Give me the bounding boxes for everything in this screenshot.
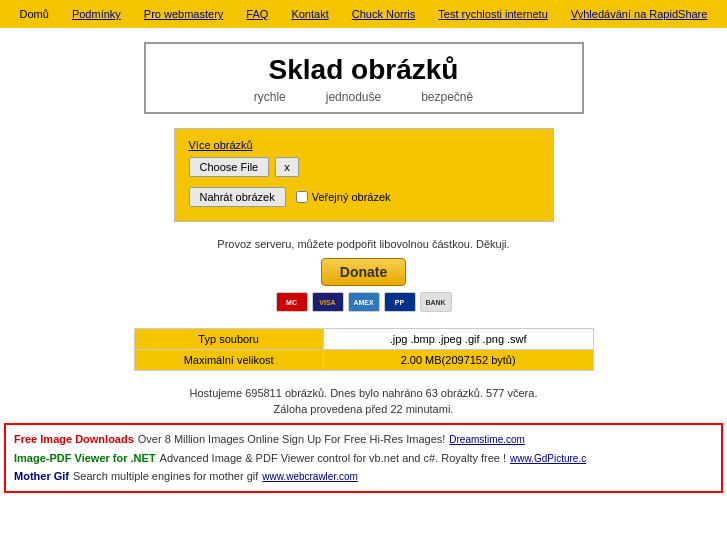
upload-button[interactable]: Nahrát obrázek: [189, 187, 286, 207]
file-input-row: Choose File x: [189, 157, 539, 177]
nav-item-podminky[interactable]: Podmínky: [68, 6, 125, 22]
ad-link-2[interactable]: www.GdPicture.c: [510, 450, 586, 467]
donate-button[interactable]: Donate: [321, 258, 406, 286]
file-type-value: .jpg .bmp .jpeg .gif .png .swf: [323, 329, 593, 350]
more-images-link[interactable]: Více obrázků: [189, 139, 539, 151]
donate-text: Provoz serveru, můžete podpořit libovoln…: [0, 238, 727, 250]
payment-icons-row: MC VISA AMEX PP BANK: [0, 292, 727, 312]
bank-icon: BANK: [420, 292, 452, 312]
nav-item-chuck-norris[interactable]: Chuck Norris: [348, 6, 420, 22]
nav-item-vyhledavani[interactable]: Vyhledávání na RapidShare: [567, 6, 712, 22]
subtitle-row: rychle jednoduše bezpečně: [166, 90, 562, 104]
nav-item-domu[interactable]: Domů: [16, 6, 53, 22]
max-size-value: 2.00 MB(2097152 bytů): [323, 350, 593, 371]
choose-file-button[interactable]: Choose File: [189, 157, 270, 177]
ad-line-1: Free Image Downloads Over 8 Million Imag…: [14, 430, 713, 449]
clear-file-button[interactable]: x: [275, 157, 299, 177]
public-image-checkbox[interactable]: [296, 191, 308, 203]
donate-section: Provoz serveru, můžete podpořit libovoln…: [0, 238, 727, 312]
nav-item-pro-webmastery[interactable]: Pro webmastery: [140, 6, 227, 22]
upload-action-row: Nahrát obrázek Veřejný obrázek: [189, 187, 539, 207]
ad-line-3: Mother Gif Search multiple engines for m…: [14, 467, 713, 486]
upload-container: Více obrázků Choose File x Nahrát obráze…: [174, 128, 554, 222]
ad-title-3: Mother Gif: [14, 467, 69, 486]
title-section: Sklad obrázků rychle jednoduše bezpečně: [144, 42, 584, 114]
ad-desc-3: Search multiple engines for mother gif: [73, 467, 258, 486]
file-type-label: Typ souboru: [134, 329, 323, 350]
visa-icon: VISA: [312, 292, 344, 312]
stats-line1: Hostujeme 695811 obrázků. Dnes bylo nahr…: [0, 387, 727, 399]
public-image-text: Veřejný obrázek: [312, 191, 391, 203]
nav-bar: Domů Podmínky Pro webmastery FAQ Kontakt…: [0, 0, 727, 28]
info-table: Typ souboru .jpg .bmp .jpeg .gif .png .s…: [134, 328, 594, 371]
ad-title-1: Free Image Downloads: [14, 430, 134, 449]
nav-item-test-rychlosti[interactable]: Test rychlosti internetu: [434, 6, 551, 22]
subtitle-rychle: rychle: [254, 90, 286, 104]
subtitle-bezpecne: bezpečně: [421, 90, 473, 104]
page-title: Sklad obrázků: [166, 54, 562, 86]
amex-icon: AMEX: [348, 292, 380, 312]
ads-bar: Free Image Downloads Over 8 Million Imag…: [4, 423, 723, 493]
nav-item-faq[interactable]: FAQ: [242, 6, 272, 22]
stats-line2: Záloha provedena před 22 minutami.: [0, 403, 727, 415]
public-image-label[interactable]: Veřejný obrázek: [296, 191, 391, 203]
paypal-icon: PP: [384, 292, 416, 312]
ad-line-2: Image-PDF Viewer for .NET Advanced Image…: [14, 449, 713, 468]
max-size-label: Maximální velikost: [134, 350, 323, 371]
ad-title-2: Image-PDF Viewer for .NET: [14, 449, 156, 468]
nav-item-kontakt[interactable]: Kontakt: [287, 6, 332, 22]
ad-desc-2: Advanced Image & PDF Viewer control for …: [160, 449, 506, 468]
subtitle-jednoduse: jednoduše: [326, 90, 381, 104]
ad-desc-1: Over 8 Million Images Online Sign Up For…: [138, 430, 446, 449]
ad-link-1[interactable]: Dreamstime.com: [449, 431, 525, 448]
mastercard-icon: MC: [276, 292, 308, 312]
ad-link-3[interactable]: www.webcrawler.com: [262, 468, 358, 485]
